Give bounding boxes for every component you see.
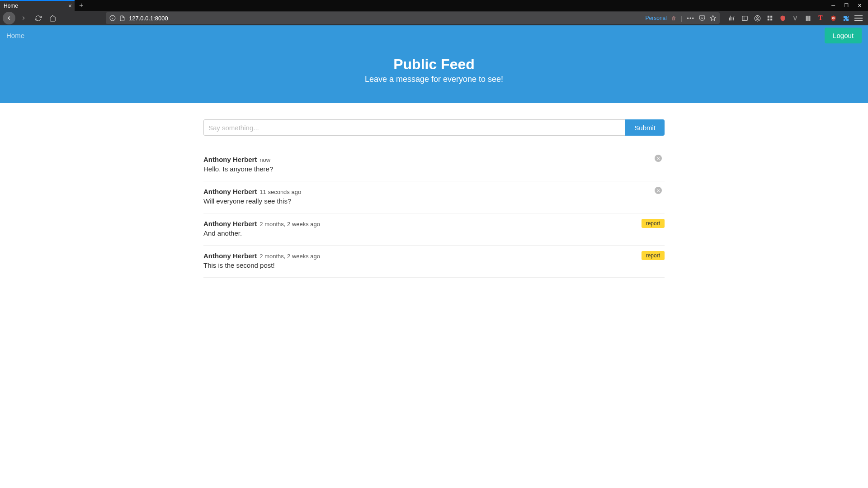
svg-rect-8 bbox=[742, 16, 747, 20]
tab-title: Home bbox=[4, 3, 18, 9]
maximize-icon[interactable]: ❐ bbox=[844, 3, 849, 9]
url-text: 127.0.0.1:8000 bbox=[129, 15, 642, 22]
message-input[interactable] bbox=[203, 119, 625, 136]
url-bar[interactable]: 127.0.0.1:8000 Personal 🗑 | ••• bbox=[106, 12, 720, 24]
page-icon bbox=[119, 15, 125, 21]
post-timestamp: 11 seconds ago bbox=[259, 189, 301, 195]
post-item: Anthony Herbert11 seconds agoWill everyo… bbox=[203, 181, 665, 213]
post-author: Anthony Herbert bbox=[203, 252, 257, 260]
post-header: Anthony Herbert2 months, 2 weeks ago bbox=[203, 252, 665, 260]
svg-rect-12 bbox=[768, 16, 769, 18]
logout-button[interactable]: Logout bbox=[825, 28, 862, 43]
close-window-icon[interactable]: ✕ bbox=[858, 3, 862, 9]
menu-button[interactable] bbox=[854, 15, 863, 21]
v-extension-icon[interactable]: V bbox=[791, 14, 799, 22]
post-header: Anthony Herbert2 months, 2 weeks ago bbox=[203, 220, 665, 227]
post-item: Anthony HerbertnowHello. Is anyone there… bbox=[203, 149, 665, 181]
container-icon: 🗑 bbox=[671, 15, 676, 21]
svg-rect-14 bbox=[768, 19, 769, 20]
back-button[interactable] bbox=[3, 12, 15, 24]
svg-point-11 bbox=[756, 16, 758, 18]
window-controls: ─ ❐ ✕ bbox=[831, 3, 868, 9]
svg-rect-15 bbox=[770, 19, 772, 20]
post-author: Anthony Herbert bbox=[203, 156, 257, 163]
grid-extension-icon[interactable] bbox=[766, 14, 774, 22]
post-item: Anthony Herbert2 months, 2 weeks agoThis… bbox=[203, 246, 665, 278]
report-post-button[interactable]: report bbox=[642, 219, 665, 228]
delete-post-icon[interactable]: ✕ bbox=[655, 187, 662, 194]
shield-extension-icon[interactable] bbox=[778, 14, 787, 22]
pocket-icon[interactable] bbox=[699, 15, 705, 21]
app-navbar: Home Logout bbox=[0, 25, 868, 45]
page-actions-icon[interactable]: ••• bbox=[687, 15, 694, 22]
feed-container: Submit Anthony HerbertnowHello. Is anyon… bbox=[203, 103, 665, 294]
post-author: Anthony Herbert bbox=[203, 220, 257, 227]
post-author: Anthony Herbert bbox=[203, 188, 257, 195]
svg-rect-16 bbox=[806, 15, 807, 20]
info-icon[interactable] bbox=[109, 15, 116, 21]
page-viewport: Home Logout Public Feed Leave a message … bbox=[0, 25, 868, 488]
close-tab-icon[interactable]: × bbox=[68, 2, 72, 9]
sidebar-icon[interactable] bbox=[741, 14, 749, 22]
t-extension-icon[interactable]: T bbox=[816, 14, 825, 22]
home-button[interactable] bbox=[46, 12, 59, 24]
account-icon[interactable] bbox=[753, 14, 761, 22]
container-label[interactable]: Personal bbox=[646, 15, 667, 21]
library-icon[interactable] bbox=[728, 14, 736, 22]
svg-line-7 bbox=[733, 16, 734, 20]
post-timestamp: 2 months, 2 weeks ago bbox=[259, 253, 320, 260]
minimize-icon[interactable]: ─ bbox=[831, 3, 835, 9]
reload-button[interactable] bbox=[32, 12, 44, 24]
page-subtitle: Leave a message for everyone to see! bbox=[0, 75, 868, 84]
post-content: Will everyone really see this? bbox=[203, 197, 665, 205]
post-content: Hello. Is anyone there? bbox=[203, 165, 665, 173]
browser-toolbar: 127.0.0.1:8000 Personal 🗑 | ••• bbox=[0, 11, 868, 25]
svg-rect-19 bbox=[833, 17, 833, 19]
svg-rect-13 bbox=[770, 16, 772, 18]
post-timestamp: 2 months, 2 weeks ago bbox=[259, 221, 320, 227]
post-header: Anthony Herbert11 seconds ago bbox=[203, 188, 665, 195]
svg-marker-3 bbox=[710, 15, 716, 20]
forward-button[interactable] bbox=[17, 12, 30, 24]
new-tab-button[interactable]: + bbox=[79, 1, 83, 9]
post-item: Anthony Herbert2 months, 2 weeks agoAnd … bbox=[203, 213, 665, 246]
post-content: This is the second post! bbox=[203, 261, 665, 269]
browser-titlebar: Home × + ─ ❐ ✕ bbox=[0, 0, 868, 11]
nav-home-link[interactable]: Home bbox=[6, 32, 24, 39]
browser-tab[interactable]: Home × bbox=[0, 0, 75, 11]
ublock-extension-icon[interactable] bbox=[829, 14, 837, 22]
submit-button[interactable]: Submit bbox=[625, 119, 665, 136]
hero-section: Public Feed Leave a message for everyone… bbox=[0, 45, 868, 103]
puzzle-extension-icon[interactable] bbox=[842, 14, 850, 22]
compose-form: Submit bbox=[203, 119, 665, 136]
post-header: Anthony Herbertnow bbox=[203, 156, 665, 163]
post-content: And another. bbox=[203, 229, 665, 237]
page-title: Public Feed bbox=[0, 56, 868, 73]
delete-post-icon[interactable]: ✕ bbox=[655, 155, 662, 162]
toolbar-extensions: V T bbox=[725, 14, 865, 22]
posts-list: Anthony HerbertnowHello. Is anyone there… bbox=[203, 149, 665, 278]
post-timestamp: now bbox=[259, 156, 270, 163]
book-extension-icon[interactable] bbox=[804, 14, 812, 22]
svg-rect-17 bbox=[808, 15, 810, 20]
report-post-button[interactable]: report bbox=[642, 251, 665, 260]
bookmark-icon[interactable] bbox=[710, 15, 716, 21]
